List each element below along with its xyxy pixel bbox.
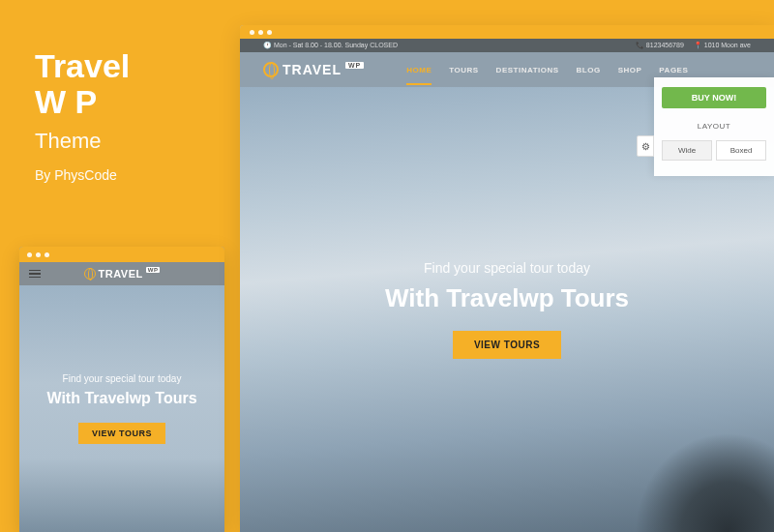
layout-wide-button[interactable]: Wide	[662, 140, 712, 161]
product-info: Travel W P Theme By PhysCode	[35, 48, 130, 183]
buy-now-button[interactable]: BUY NOW!	[662, 87, 766, 108]
title-line-2: W P	[35, 83, 97, 120]
mobile-navbar: TRAVEL WP	[19, 262, 224, 285]
brand-badge: WP	[146, 267, 161, 273]
product-byline: By PhysCode	[35, 167, 130, 183]
phone-text: 📞 8123456789	[636, 42, 684, 49]
hero-tagline: Find your special tour today	[424, 260, 590, 276]
hero-headline: With Travelwp Tours	[385, 283, 629, 313]
layout-switcher: Wide Boxed	[662, 140, 766, 161]
title-line-1: Travel	[35, 47, 130, 84]
nav-item-blog[interactable]: BLOG	[577, 66, 601, 74]
top-info-bar: 🕐 Mon - Sat 8.00 - 18.00. Sunday CLOSED …	[240, 39, 774, 52]
globe-icon	[263, 62, 279, 77]
layout-label: LAYOUT	[662, 122, 766, 131]
globe-icon	[84, 268, 96, 280]
window-dot	[36, 252, 41, 257]
address-text: 📍 1010 Moon ave	[694, 42, 751, 49]
nav-item-home[interactable]: HOME	[406, 66, 432, 74]
window-dot	[27, 252, 32, 257]
brand-badge: WP	[345, 62, 364, 69]
desktop-preview: 🕐 Mon - Sat 8.00 - 18.00. Sunday CLOSED …	[240, 25, 774, 532]
mobile-preview: TRAVEL WP Find your special tour today W…	[19, 247, 224, 532]
nav-item-destinations[interactable]: DESTINATIONS	[496, 66, 559, 74]
window-dot	[258, 30, 263, 35]
window-dot	[45, 252, 49, 257]
product-subtitle: Theme	[35, 129, 130, 154]
mobile-window-chrome	[19, 247, 224, 262]
view-tours-button[interactable]: VIEW TOURS	[78, 423, 165, 444]
brand-name: TRAVEL	[283, 62, 342, 77]
nav-item-tours[interactable]: TOURS	[449, 66, 478, 74]
hero-tagline: Find your special tour today	[63, 373, 182, 384]
gear-icon[interactable]: ⚙	[637, 135, 654, 157]
brand-logo[interactable]: TRAVEL WP	[263, 62, 364, 77]
desktop-content: 🕐 Mon - Sat 8.00 - 18.00. Sunday CLOSED …	[240, 39, 774, 532]
nav-item-shop[interactable]: SHOP	[618, 66, 642, 74]
desktop-window-chrome	[240, 25, 774, 39]
hamburger-icon[interactable]	[29, 270, 41, 279]
customizer-panel: ⚙ BUY NOW! LAYOUT Wide Boxed	[654, 77, 774, 176]
hours-text: 🕐 Mon - Sat 8.00 - 18.00. Sunday CLOSED	[263, 42, 398, 49]
view-tours-button[interactable]: VIEW TOURS	[453, 331, 561, 359]
window-dot	[267, 30, 272, 35]
layout-boxed-button[interactable]: Boxed	[716, 140, 766, 161]
product-title: Travel W P	[35, 48, 130, 121]
brand-logo[interactable]: TRAVEL WP	[84, 268, 161, 280]
mobile-hero: Find your special tour today With Travel…	[19, 285, 224, 532]
nav-item-pages[interactable]: PAGES	[659, 66, 688, 74]
hero-headline: With Travelwp Tours	[46, 390, 196, 407]
brand-name: TRAVEL	[99, 268, 143, 280]
window-dot	[250, 30, 254, 35]
nav-menu: HOME TOURS DESTINATIONS BLOG SHOP PAGES	[406, 66, 688, 74]
